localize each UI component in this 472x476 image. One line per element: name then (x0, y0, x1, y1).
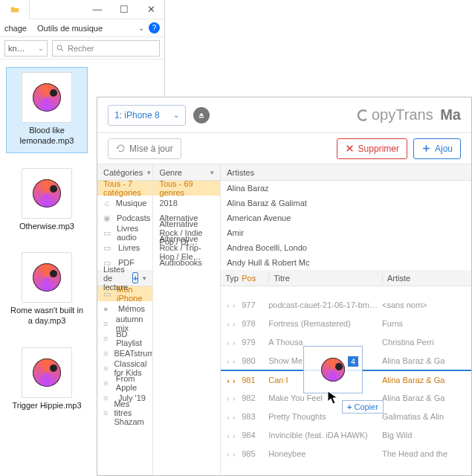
file-item[interactable]: Trigger Hippie.mp3 (6, 343, 88, 417)
playlist-icon: ≡ (103, 408, 108, 417)
artist-row[interactable]: Alina Baraz & Galimat (221, 196, 471, 210)
eject-button[interactable] (193, 107, 210, 123)
headphones-icon (221, 337, 242, 347)
copytrans-window: 1: iPhone 8 ⌄ opyTrans Ma Mise à jour Su… (97, 97, 472, 476)
track-pos: 983 (242, 412, 268, 421)
col-artiste[interactable]: Artiste (382, 274, 471, 283)
explorer-folder-tab[interactable] (0, 0, 30, 19)
category-row[interactable]: ♫Musique (97, 196, 152, 210)
track-row[interactable]: 980Show MeAlina Baraz & Ga (221, 351, 471, 370)
artist-row[interactable]: Andrea Bocelli, Londo (221, 240, 471, 255)
playlist-row[interactable]: ≡From Apple (97, 376, 152, 390)
track-title: Invincible (feat. iDA HAWK) (268, 431, 382, 440)
col-type[interactable]: Typ (221, 274, 242, 283)
add-button[interactable]: Ajou (413, 138, 461, 159)
track-row[interactable]: 984Invincible (feat. iDA HAWK)Big Wild (221, 425, 471, 444)
track-artist: Furns (382, 319, 471, 328)
artist-row[interactable]: Alina Baraz (221, 181, 471, 196)
category-row[interactable]: ◉Podcasts (97, 210, 152, 225)
chevron-down-icon[interactable]: ▾ (147, 169, 151, 176)
genre-row[interactable]: Alternative Rock / Trip-Hop / Ele… (153, 240, 220, 255)
music-file-icon (33, 358, 61, 387)
track-artist: <sans nom> (382, 300, 471, 309)
device-label: 1: iPhone 8 (114, 110, 160, 120)
address-bar[interactable]: kn… ⌄ (4, 40, 48, 57)
category-row-all[interactable]: Tous - 7 catégories (97, 181, 152, 196)
track-row[interactable]: 981Can IAlina Baraz & Ga (221, 370, 471, 388)
file-label: Otherwise.mp3 (19, 222, 74, 232)
plus-icon (421, 144, 431, 153)
col-titre[interactable]: Titre (268, 274, 382, 283)
artist-row[interactable]: Amir (221, 225, 471, 240)
minimize-button[interactable]: — (84, 0, 111, 19)
genre-row[interactable]: 2018 (153, 196, 220, 210)
genre-row-all[interactable]: Tous - 69 genres (153, 181, 220, 196)
playlist-row[interactable]: ≡BD Playlist (97, 331, 152, 346)
playlist-icon: ≡ (103, 393, 112, 402)
track-pos: 980 (242, 356, 268, 365)
artist-label: Andy Hull & Robert Mc (227, 258, 309, 267)
headphones-icon (221, 300, 242, 310)
track-artist: The Head and the (382, 449, 471, 458)
playlist-icon: ● (103, 304, 112, 313)
file-item[interactable]: Rome wasn't built in a day.mp3 (6, 248, 88, 332)
artist-label: Andrea Bocelli, Londo (227, 243, 307, 252)
file-label: Rome wasn't built in a day.mp3 (7, 306, 86, 327)
track-row[interactable]: 978Fortress (Remastered)Furns (221, 314, 471, 332)
explorer-titlebar: — ☐ ✕ (0, 0, 164, 19)
playlist-row[interactable]: ≡BEATstrumentals (97, 346, 152, 361)
file-thumb (22, 252, 72, 303)
artists-header: Artistes (221, 164, 471, 181)
col-pos[interactable]: Pos (242, 274, 268, 283)
svg-line-1 (62, 49, 64, 51)
chevron-down-icon: ⌄ (173, 111, 179, 119)
refresh-button[interactable]: Mise à jour (108, 138, 181, 159)
track-title: A Thousa (268, 338, 382, 347)
chevron-down-icon[interactable]: ▾ (143, 274, 146, 282)
maximize-button[interactable]: ☐ (111, 0, 138, 19)
playlist-row[interactable]: ≡autumn mix (97, 316, 152, 331)
chevron-down-icon[interactable]: ▾ (210, 169, 214, 176)
playlist-label: BD Playlist (116, 329, 146, 347)
playlist-row[interactable]: ●Mémos (97, 301, 152, 316)
category-label: Podcasts (117, 213, 150, 222)
headphones-icon (221, 356, 242, 366)
track-artist: Christina Perri (382, 338, 471, 347)
artist-row[interactable]: Andy Hull & Robert Mc (221, 255, 471, 270)
file-item[interactable]: Otherwise.mp3 (6, 164, 88, 238)
delete-button[interactable]: Supprimer (337, 138, 407, 159)
file-item[interactable]: Blood like lemonade.mp3 (6, 67, 88, 153)
category-icon: ♫ (103, 199, 110, 208)
add-playlist-button[interactable]: + (132, 272, 138, 283)
file-thumb (22, 347, 72, 398)
genre-label: Alternative Rock / Trip-Hop / Ele… (159, 234, 214, 261)
category-label: Musique (116, 199, 147, 208)
track-pos: 985 (242, 449, 268, 458)
device-selector[interactable]: 1: iPhone 8 ⌄ (108, 105, 186, 126)
ribbon-tab-outils[interactable]: Outils de musique (37, 24, 103, 33)
ribbon-chevron-icon[interactable]: ⌄ (138, 24, 144, 32)
playlist-row[interactable]: ≡Mes titres Shazam (97, 405, 152, 420)
add-label: Ajou (435, 144, 453, 154)
track-row[interactable]: 977podcast-cauet-21-06-17-bm…<sans nom> (221, 295, 471, 314)
track-title: Honeybee (268, 449, 382, 458)
track-row[interactable]: 979A ThousaChristina Perri (221, 332, 471, 351)
ribbon-tab-affichage[interactable]: chage (4, 24, 27, 33)
headphones-icon (221, 318, 242, 329)
playlists-header: Listes de lecture + ▾ (97, 270, 152, 286)
track-artist: Galimatias & Alin (382, 412, 471, 421)
genre-header: Genre ▾ (153, 164, 220, 181)
help-icon[interactable]: ? (149, 22, 160, 33)
artist-row[interactable]: American Avenue (221, 210, 471, 225)
playlist-label: From Apple (116, 374, 147, 392)
playlist-row[interactable]: ≡Classical for Kids (97, 361, 152, 376)
track-title: Fortress (Remastered) (268, 319, 382, 328)
artist-label: Alina Baraz (227, 184, 268, 193)
close-button[interactable]: ✕ (138, 0, 164, 19)
category-row[interactable]: ▭Livres audio (97, 225, 152, 240)
explorer-search-input[interactable]: Recher (52, 40, 160, 57)
plus-icon: + (347, 402, 352, 411)
category-row[interactable]: ▭Livres (97, 240, 152, 255)
track-row[interactable]: 985HoneybeeThe Head and the (221, 444, 471, 463)
tracks-body[interactable]: 977podcast-cauet-21-06-17-bm…<sans nom>9… (221, 286, 471, 475)
